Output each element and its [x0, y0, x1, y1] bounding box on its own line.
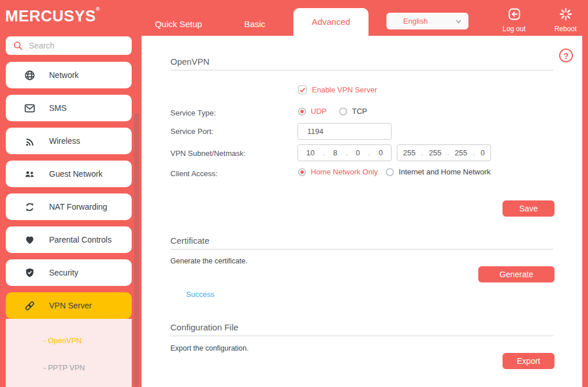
sidebar-item-wireless[interactable]: Wireless [6, 128, 132, 154]
radio-udp[interactable] [298, 107, 306, 116]
radio-tcp-label: TCP [352, 107, 367, 116]
logout-label: Log out [494, 25, 534, 33]
client-access-options: Home Network Only Internet and Home Netw… [298, 168, 490, 176]
divider [170, 249, 553, 250]
mercusys-logo: MERCUSYS® [5, 6, 100, 25]
export-button[interactable]: Export [503, 353, 554, 369]
ip-octet: 10 [306, 148, 314, 157]
envelope-icon [24, 102, 36, 114]
sidebar-item-security[interactable]: Security [6, 259, 132, 286]
router-admin-page: MERCUSYS® Quick Setup Basic Advanced Eng… [0, 0, 588, 387]
service-type-options: UDP TCP [298, 107, 367, 116]
sidebar-item-vpn-server[interactable]: VPN Server [6, 292, 132, 319]
ip-octet: 0 [378, 148, 382, 157]
chain-link-icon [24, 300, 36, 312]
config-file-section-title: Configuration File [170, 322, 239, 332]
logout-button[interactable]: Log out [494, 7, 534, 33]
divider [170, 70, 553, 70]
users-icon [24, 168, 36, 180]
service-port-input[interactable] [297, 123, 392, 140]
sidebar-item-sms[interactable]: SMS [6, 95, 132, 121]
sidebar-item-nat-forwarding[interactable]: NAT Forwarding [6, 194, 132, 220]
sidebar-item-label: Guest Network [49, 169, 103, 178]
language-value: English [403, 17, 428, 25]
reboot-label: Reboot [545, 25, 586, 33]
ip-octet: 0 [356, 148, 360, 157]
enable-vpn-checkbox[interactable] [298, 85, 307, 94]
ip-octet: 255 [403, 148, 416, 157]
shield-check-icon [24, 267, 36, 279]
reboot-button[interactable]: Reboot [545, 7, 586, 33]
generate-button[interactable]: Generate [478, 266, 554, 282]
nav-tab-basic[interactable]: Basic [235, 19, 274, 29]
subnet-label: VPN Subnet/Netmask: [170, 149, 245, 158]
heart-icon [24, 234, 36, 246]
sidebar-scrollbar-thumb[interactable] [134, 113, 139, 387]
config-file-description: Export the configuration. [170, 344, 249, 352]
sidebar-item-guest-network[interactable]: Guest Network [6, 161, 132, 187]
globe-icon [24, 69, 36, 81]
openvpn-section-title: OpenVPN [170, 57, 210, 66]
submenu-item-pptp-vpn[interactable]: - PPTP VPN [43, 363, 85, 372]
nav-tab-advanced[interactable]: Advanced [293, 8, 369, 36]
help-icon[interactable]: ? [559, 49, 573, 62]
vpn-server-submenu: - OpenVPN - PPTP VPN [6, 319, 132, 387]
chevron-down-icon [455, 17, 463, 25]
enable-vpn-label: Enable VPN Server [312, 85, 377, 94]
radio-tcp[interactable] [339, 107, 347, 116]
sidebar-item-parental-controls[interactable]: Parental Controls [6, 226, 132, 253]
language-dropdown[interactable]: English [386, 13, 468, 29]
sidebar-item-label: Wireless [49, 136, 80, 146]
sidebar-item-label: Parental Controls [49, 235, 111, 244]
sidebar-item-network[interactable]: Network [6, 62, 132, 88]
certificate-description: Generate the certificate. [170, 257, 247, 265]
save-button[interactable]: Save [503, 200, 554, 217]
ip-octet: 255 [455, 148, 467, 157]
checkmark-icon [299, 86, 306, 94]
service-port-label: Service Port: [170, 127, 213, 136]
radio-home-network-only-label: Home Network Only [311, 168, 378, 176]
radio-internet-and-home-label: Internet and Home Network [399, 168, 490, 176]
search-input[interactable] [29, 41, 121, 50]
wifi-icon [24, 135, 36, 147]
client-access-label: Client Access: [170, 169, 218, 178]
radio-home-network-only[interactable] [298, 168, 306, 176]
sync-icon [24, 201, 36, 213]
main-content: OpenVPN ? Enable VPN Server Service Type… [142, 36, 582, 387]
sidebar-item-label: NAT Forwarding [49, 202, 107, 211]
trademark-mark: ® [96, 6, 100, 12]
netmask-input[interactable]: 255. 255. 255. 0 [397, 144, 491, 161]
sidebar-item-label: Network [49, 70, 79, 80]
ip-octet: 0 [481, 148, 485, 157]
sidebar-item-label: SMS [49, 103, 66, 113]
submenu-item-openvpn[interactable]: - OpenVPN [43, 336, 81, 345]
radio-udp-label: UDP [311, 107, 326, 116]
divider [170, 336, 553, 336]
sidebar-item-label: VPN Server [49, 301, 92, 310]
radio-internet-and-home[interactable] [386, 168, 394, 176]
sidebar-search[interactable] [6, 36, 132, 55]
nav-tab-quick-setup[interactable]: Quick Setup [146, 19, 211, 29]
ip-octet: 255 [429, 148, 442, 157]
certificate-section-title: Certificate [170, 236, 210, 245]
logout-icon [507, 7, 522, 21]
reboot-icon [559, 7, 573, 21]
enable-vpn-row: Enable VPN Server [298, 85, 377, 94]
search-icon [13, 40, 23, 51]
ip-octet: 8 [333, 148, 337, 157]
service-type-label: Service Type: [170, 109, 216, 117]
subnet-ip-input[interactable]: 10. 8. 0. 0 [297, 144, 392, 161]
sidebar-item-label: Security [49, 268, 79, 277]
certificate-status: Success [186, 290, 214, 299]
